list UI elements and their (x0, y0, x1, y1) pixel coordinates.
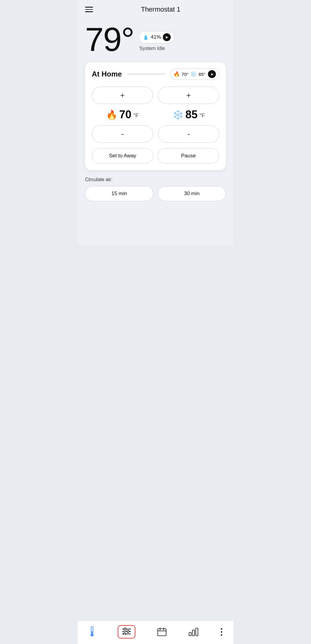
cool-temp-display: ❄️ 85 °F (158, 108, 219, 121)
flame-display-icon: 🔥 (106, 109, 117, 120)
flame-badge-icon: 🔥 (173, 71, 180, 77)
main-content: 79° 💧 41% ➤ System Idle At Home 🔥 70° ❄️… (78, 16, 233, 245)
temperature-section: 79° 💧 41% ➤ System Idle (85, 20, 226, 62)
header: Thermostat 1 (78, 0, 233, 16)
current-temperature: 79° (85, 23, 134, 56)
heat-decrease-button[interactable]: - (92, 125, 153, 143)
circulate-label: Circulate air: (85, 177, 226, 182)
system-status: System Idle (139, 46, 165, 51)
circulate-section: Circulate air: 15 min 30 min (85, 177, 226, 201)
circulate-30min-button[interactable]: 30 min (158, 186, 226, 201)
temp-info-section: 💧 41% ➤ System Idle (139, 31, 175, 51)
control-card: At Home 🔥 70° ❄️ 85° ➤ + + 🔥 70 °F (85, 62, 226, 170)
heat-temp-unit: °F (133, 113, 139, 119)
snow-display-icon: ❄️ (172, 109, 184, 120)
heat-increase-button[interactable]: + (92, 87, 153, 104)
temp-range-badge[interactable]: 🔥 70° ❄️ 85° ➤ (170, 68, 219, 80)
humidity-value: 41% (151, 34, 161, 40)
humidity-arrow-icon[interactable]: ➤ (163, 33, 171, 41)
cool-increase-button[interactable]: + (158, 87, 219, 104)
action-row: Set to Away Pause (92, 148, 219, 163)
card-header: At Home 🔥 70° ❄️ 85° ➤ (92, 68, 219, 80)
heat-temp-value: 70 (119, 108, 131, 121)
menu-button[interactable] (84, 5, 94, 13)
cool-temp-badge: 85° (198, 72, 206, 77)
card-divider (127, 74, 165, 74)
mode-label: At Home (92, 70, 122, 78)
cool-temp-value: 85 (185, 108, 198, 121)
control-grid: + + 🔥 70 °F ❄️ 85 °F - - (92, 87, 219, 143)
cool-decrease-button[interactable]: - (158, 125, 219, 143)
range-badge-arrow-icon[interactable]: ➤ (208, 70, 216, 78)
heat-temp-display: 🔥 70 °F (92, 108, 153, 121)
cool-temp-unit: °F (199, 113, 205, 119)
page-title: Thermostat 1 (94, 5, 227, 13)
circulate-row: 15 min 30 min (85, 186, 226, 201)
humidity-drop-icon: 💧 (143, 34, 149, 40)
heat-temp-badge: 70° (182, 72, 189, 77)
set-to-away-button[interactable]: Set to Away (92, 148, 153, 163)
circulate-15min-button[interactable]: 15 min (85, 186, 153, 201)
snow-badge-icon: ❄️ (190, 71, 197, 77)
humidity-badge[interactable]: 💧 41% ➤ (139, 31, 175, 43)
pause-button[interactable]: Pause (158, 148, 219, 163)
